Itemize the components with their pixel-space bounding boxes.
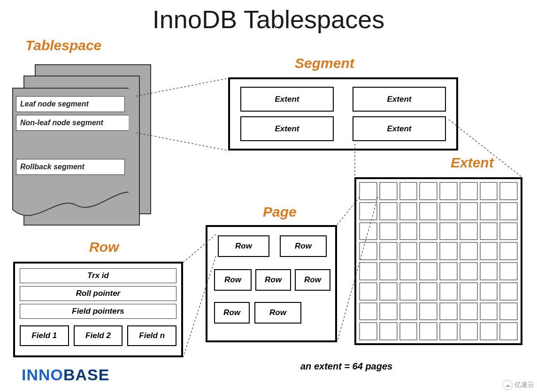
extent-page-cell [439,182,458,200]
extent-page-cell [419,202,437,220]
tablespace-stack: Leaf node segment Non-leaf node segment … [12,64,153,232]
extent-page-cell [399,202,418,220]
brand-part2: BASE [63,366,109,384]
extent-page-cell [499,242,518,260]
extent-label: Extent [451,155,494,171]
extent-page-cell [499,182,518,200]
extent-page-cell [359,202,377,220]
extent-page-cell [379,262,398,280]
extent-page-cell [439,242,458,260]
extent-page-cell [439,202,458,220]
row-fields: Field 1 Field 2 Field n [20,325,176,346]
extent-page-cell [499,322,518,340]
extent-page-cell [460,322,478,340]
extent-page-cell [399,242,418,260]
extent-page-cell [379,282,398,301]
extent-page-cell [399,282,418,301]
extent-page-cell [359,262,377,280]
extent-page-cell [399,262,418,280]
watermark-text: 亿速云 [514,381,534,389]
extent-page-cell [439,222,458,241]
diagram-title: InnoDB Tablespaces [0,5,537,34]
extent-page-cell [399,302,418,321]
extent-page-cell [499,262,518,280]
page-row-cell: Row [255,269,291,291]
rollback-segment-item: Rollback segment [16,159,125,175]
page-row-cell: Row [218,235,269,257]
row-field: Field 1 [20,325,69,346]
extent-page-cell [480,202,498,220]
extent-page-cell [419,302,437,321]
extent-page-cell [379,242,398,260]
extent-page-cell [480,182,498,200]
segment-extent-cell: Extent [240,116,334,141]
tablespace-sheet-front: Leaf node segment Non-leaf node segment … [12,88,129,238]
row-field-pointers: Field pointers [20,304,176,319]
extent-page-cell [419,282,437,301]
extent-page-cell [379,182,398,200]
extent-page-cell [379,222,398,241]
extent-page-cell [480,282,498,301]
page-row-cell: Row [254,302,301,324]
extent-page-cell [359,242,377,260]
page-row-cell: Row [280,235,327,257]
extent-page-cell [460,202,478,220]
extent-page-cell [419,222,437,241]
extent-page-cell [499,282,518,301]
extent-page-cell [419,182,437,200]
extent-page-cell [499,222,518,241]
segment-label: Segment [295,55,354,71]
row-field: Field 2 [74,325,123,346]
row-label: Row [89,239,119,255]
segment-extent-cell: Extent [353,87,446,112]
page-row-cell: Row [214,302,250,324]
segment-box: Extent Extent Extent Extent [228,77,458,151]
extent-page-cell [460,262,478,280]
extent-page-cell [480,222,498,241]
extent-page-cell [499,302,518,321]
segment-extent-cell: Extent [353,116,446,141]
row-trx-id: Trx id [20,268,176,283]
extent-page-cell [419,262,437,280]
innobase-logo: INNOBASE [22,366,109,384]
extent-page-cell [379,302,398,321]
extent-page-cell [379,322,398,340]
row-field: Field n [127,325,176,346]
extent-page-cell [359,322,377,340]
extent-page-cell [480,242,498,260]
cloud-icon: ☁ [502,380,513,390]
extent-page-cell [499,202,518,220]
row-box: Trx id Roll pointer Field pointers Field… [13,262,183,357]
extent-grid-box [354,177,522,345]
extent-page-cell [359,222,377,241]
extent-page-cell [460,182,478,200]
extent-footnote: an extent = 64 pages [300,361,392,372]
row-roll-pointer: Roll pointer [20,286,176,301]
extent-page-cell [460,242,478,260]
page-box: Row Row Row Row Row Row Row [206,225,337,342]
page-row-cell: Row [295,269,330,291]
extent-page-cell [359,302,377,321]
extent-page-cell [439,282,458,301]
extent-page-cell [399,182,418,200]
extent-page-cell [399,222,418,241]
extent-page-cell [460,302,478,321]
extent-page-cell [480,302,498,321]
extent-page-cell [419,242,437,260]
extent-page-cell [359,182,377,200]
extent-page-cell [439,262,458,280]
nonleaf-segment-item: Non-leaf node segment [16,115,129,131]
extent-page-cell [379,202,398,220]
brand-part1: INNO [22,366,63,384]
extent-page-cell [359,282,377,301]
segment-extent-cell: Extent [240,87,334,112]
extent-page-cell [439,322,458,340]
page-row-cell: Row [214,269,252,291]
watermark: ☁ 亿速云 [502,380,534,390]
extent-page-cell [460,282,478,301]
extent-page-cell [480,262,498,280]
tablespace-label: Tablespace [25,38,101,53]
extent-page-cell [419,322,437,340]
page-label: Page [263,204,297,220]
extent-page-cell [480,322,498,340]
